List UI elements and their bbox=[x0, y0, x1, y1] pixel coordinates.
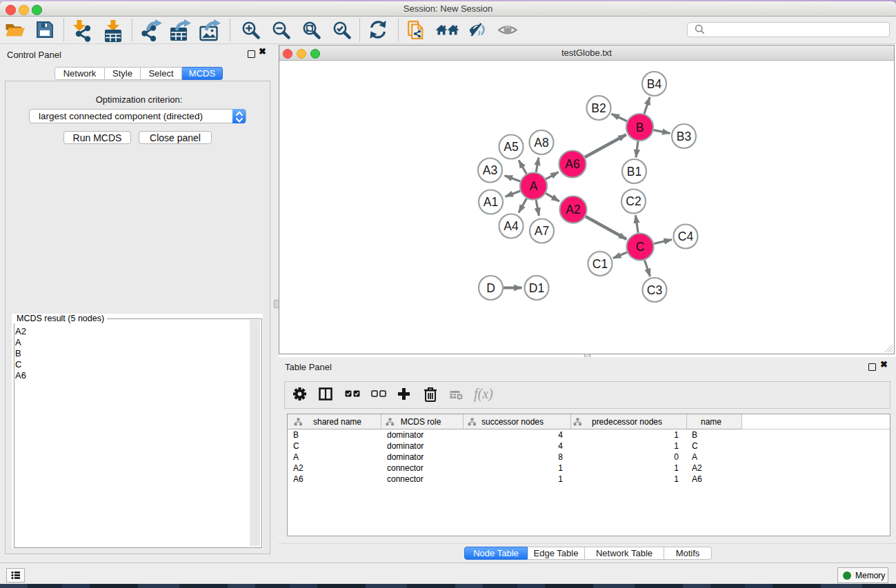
svg-text:B2: B2 bbox=[591, 101, 606, 115]
svg-text:C3: C3 bbox=[647, 283, 662, 297]
svg-text:C1: C1 bbox=[593, 257, 608, 271]
svg-text:A2: A2 bbox=[566, 203, 580, 216]
svg-text:A5: A5 bbox=[504, 140, 518, 154]
svg-text:A6: A6 bbox=[565, 157, 579, 171]
svg-text:A4: A4 bbox=[504, 219, 519, 233]
svg-text:A7: A7 bbox=[535, 224, 549, 238]
svg-text:C: C bbox=[636, 240, 645, 254]
svg-text:A: A bbox=[530, 179, 538, 193]
svg-text:D1: D1 bbox=[529, 281, 544, 295]
svg-text:C2: C2 bbox=[626, 194, 641, 208]
svg-text:B4: B4 bbox=[647, 77, 662, 91]
svg-text:A1: A1 bbox=[484, 195, 498, 209]
svg-text:B3: B3 bbox=[677, 130, 691, 143]
svg-text:D: D bbox=[486, 281, 495, 295]
svg-text:B1: B1 bbox=[627, 165, 641, 179]
svg-text:C4: C4 bbox=[678, 230, 694, 243]
svg-text:A3: A3 bbox=[483, 163, 497, 177]
svg-text:A8: A8 bbox=[534, 136, 548, 150]
svg-text:B: B bbox=[636, 121, 644, 134]
